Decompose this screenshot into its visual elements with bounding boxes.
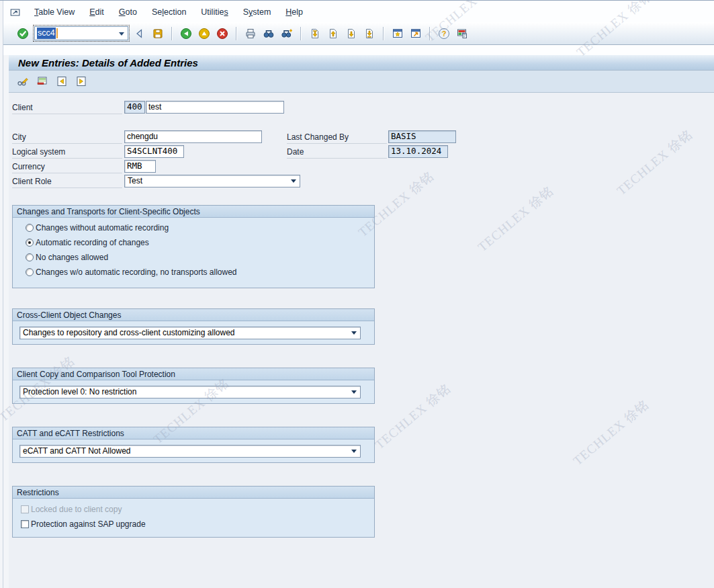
enter-button[interactable] (16, 27, 30, 40)
chevron-down-icon[interactable] (119, 32, 124, 36)
save-button[interactable] (151, 27, 165, 40)
section-client-copy-title: Client Copy and Comparison Tool Protecti… (13, 368, 374, 380)
standard-toolbar: scc4 (3, 22, 714, 45)
client-label: Client (12, 102, 122, 114)
print-button[interactable] (244, 27, 257, 40)
radio-button[interactable] (26, 239, 34, 247)
menu-item-utilities[interactable]: Utilities (193, 2, 235, 22)
find-next-button[interactable] (280, 27, 294, 40)
window-left-border (3, 1, 3, 588)
section-restrictions-title: Restrictions (13, 487, 374, 499)
create-shortcut-button[interactable] (409, 27, 422, 40)
checkbox-row-1[interactable]: Protection against SAP upgrade (21, 517, 374, 532)
other-view-button[interactable] (36, 75, 49, 88)
radio-button[interactable] (26, 253, 34, 261)
client-role-label: Client Role (12, 176, 122, 188)
last-page-button[interactable] (363, 27, 376, 40)
section-catt-restrictions: CATT and eCATT Restrictions eCATT and CA… (12, 427, 375, 463)
chevron-down-icon[interactable] (351, 390, 357, 394)
radio-option-0[interactable]: Changes without automatic recording (26, 220, 374, 235)
menu-item-selection[interactable]: Selection (144, 2, 193, 22)
command-field[interactable]: scc4 (34, 26, 128, 40)
chevron-down-icon[interactable] (291, 179, 296, 183)
menu-item-help[interactable]: Help (278, 2, 310, 22)
find-button[interactable] (262, 27, 275, 40)
toolbar-separator (300, 27, 302, 40)
previous-entry-button[interactable] (55, 75, 69, 88)
radio-label: Automatic recording of changes (36, 238, 149, 247)
next-entry-button[interactable] (75, 75, 88, 88)
section-cross-client-title: Cross-Client Object Changes (13, 309, 374, 321)
page-title: New Entries: Details of Added Entries (18, 57, 198, 69)
title-bar: New Entries: Details of Added Entries (9, 55, 714, 71)
radio-option-3[interactable]: Changes w/o automatic recording, no tran… (26, 265, 374, 280)
radio-group-changes: Changes without automatic recordingAutom… (13, 218, 374, 280)
client-role-dropdown[interactable]: Test (124, 175, 300, 187)
menu-item-table-view[interactable]: Table View (27, 2, 82, 22)
menu-item-goto[interactable]: Goto (111, 2, 144, 22)
toolbar-separator (383, 27, 384, 40)
previous-page-button[interactable] (326, 27, 340, 40)
last-changed-by-field: BASIS (388, 130, 456, 143)
radio-option-2[interactable]: No changes allowed (26, 250, 374, 265)
section-cross-client: Cross-Client Object Changes Changes to r… (12, 308, 375, 345)
exit-button[interactable] (197, 27, 211, 40)
logical-system-label: Logical system (12, 146, 122, 159)
cancel-button[interactable] (216, 27, 229, 40)
help-button[interactable]: ? (437, 27, 451, 40)
currency-field[interactable]: RMB (124, 160, 156, 173)
catt-restrictions-value: eCATT and CATT Not Allowed (20, 446, 360, 457)
radio-label: No changes allowed (36, 253, 108, 262)
date-label: Date (287, 146, 387, 159)
chevron-down-icon[interactable] (351, 450, 357, 453)
cross-client-value: Changes to repository and cross-client c… (20, 327, 360, 339)
radio-option-1[interactable]: Automatic recording of changes (26, 235, 374, 250)
client-name-field[interactable]: test (146, 101, 284, 114)
client-copy-protection-dropdown[interactable]: Protection level 0: No restriction (19, 386, 361, 398)
first-page-button[interactable] (308, 27, 322, 40)
currency-label: Currency (12, 161, 122, 173)
menu-bar-items: Table ViewEditGotoSelectionUtilitiesSyst… (27, 2, 310, 22)
back-triangle-button[interactable] (133, 27, 146, 40)
checkbox-row-0: Locked due to client copy (21, 502, 374, 517)
catt-restrictions-dropdown[interactable]: eCATT and CATT Not Allowed (19, 445, 361, 458)
toolbar-separator (171, 27, 173, 40)
toolbar-separator (236, 27, 237, 40)
customize-layout-button[interactable] (455, 27, 469, 40)
city-field[interactable]: chengdu (124, 130, 262, 143)
logical-system-field[interactable]: S4SCLNT400 (124, 145, 184, 158)
section-client-copy-protection: Client Copy and Comparison Tool Protecti… (12, 368, 375, 404)
date-field: 13.10.2024 (388, 145, 448, 158)
next-page-button[interactable] (345, 27, 358, 40)
system-menu-icon[interactable] (9, 6, 23, 18)
application-toolbar (9, 71, 714, 93)
checkbox-label: Locked due to client copy (31, 505, 122, 514)
client-role-value: Test (125, 175, 300, 187)
menu-item-system[interactable]: System (236, 2, 279, 22)
sap-window: Table ViewEditGotoSelectionUtilitiesSyst… (0, 0, 714, 588)
checkbox-label: Protection against SAP upgrade (31, 519, 146, 529)
menu-bar: Table ViewEditGotoSelectionUtilitiesSyst… (3, 2, 714, 22)
new-session-button[interactable] (391, 27, 404, 40)
radio-label: Changes w/o automatic recording, no tran… (36, 267, 237, 277)
client-copy-protection-value: Protection level 0: No restriction (20, 386, 360, 398)
city-label: City (12, 132, 122, 144)
section-changes-transports-title: Changes and Transports for Client-Specif… (13, 206, 374, 218)
chevron-down-icon[interactable] (351, 331, 357, 335)
command-text[interactable]: scc4 (37, 28, 56, 39)
section-catt-title: CATT and eCATT Restrictions (13, 427, 374, 439)
toolbar-separator (429, 27, 431, 40)
radio-button[interactable] (26, 224, 34, 232)
text-cursor (56, 28, 58, 38)
back-button[interactable] (179, 27, 193, 40)
menu-item-edit[interactable]: Edit (82, 2, 111, 22)
checkbox[interactable] (21, 520, 29, 528)
cross-client-dropdown[interactable]: Changes to repository and cross-client c… (19, 327, 361, 339)
radio-button[interactable] (26, 268, 34, 276)
section-restrictions: Restrictions Locked due to client copyPr… (12, 486, 375, 538)
radio-label: Changes without automatic recording (36, 223, 169, 233)
client-number-field: 400 (124, 101, 145, 114)
svg-text:?: ? (442, 30, 447, 38)
display-change-button[interactable] (16, 75, 30, 88)
checkbox (21, 505, 29, 513)
